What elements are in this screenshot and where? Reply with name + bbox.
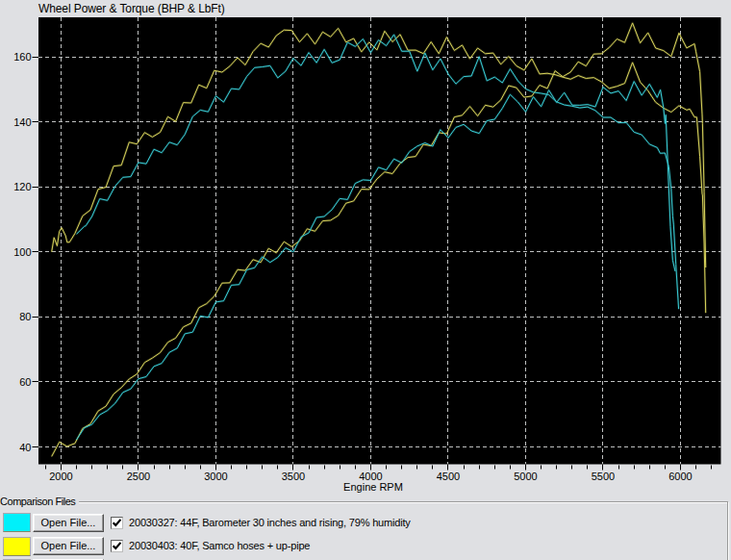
svg-text:Engine RPM: Engine RPM (343, 481, 403, 493)
svg-text:60: 60 (19, 376, 31, 388)
svg-text:100: 100 (13, 246, 31, 258)
svg-text:160: 160 (13, 51, 31, 63)
svg-text:2000: 2000 (49, 471, 72, 482)
svg-text:140: 140 (13, 116, 31, 128)
svg-text:3500: 3500 (282, 471, 305, 482)
svg-text:2500: 2500 (127, 471, 150, 482)
svg-text:80: 80 (19, 311, 31, 322)
svg-text:40: 40 (19, 442, 31, 453)
svg-text:3000: 3000 (204, 471, 227, 482)
svg-text:4500: 4500 (437, 471, 460, 482)
svg-text:120: 120 (13, 181, 31, 192)
svg-text:5000: 5000 (514, 471, 537, 482)
svg-text:5500: 5500 (592, 471, 615, 482)
svg-text:6000: 6000 (668, 471, 692, 482)
